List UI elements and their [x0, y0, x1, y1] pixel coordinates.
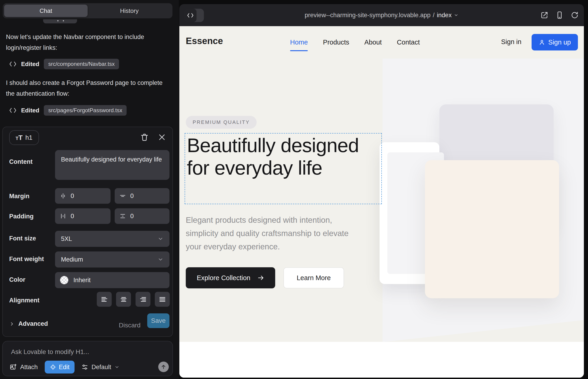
nav-link-home[interactable]: Home — [290, 39, 308, 46]
site-navbar: Essence Home Products About Contact Sign… — [179, 26, 584, 59]
edited-file-row: Edited src/pages/ForgotPassword.tsx — [9, 105, 127, 116]
preview-page: index — [437, 12, 452, 19]
send-button[interactable] — [158, 362, 169, 372]
arrow-up-icon — [161, 364, 166, 370]
panel-tabs: Chat History — [3, 3, 172, 18]
color-select[interactable]: Inherit — [55, 272, 170, 288]
discard-button[interactable]: Discard — [119, 322, 140, 329]
composer-toolbar: Attach Edit Default — [10, 361, 120, 374]
selected-h1-outline[interactable]: Beautifully designed for everyday life — [185, 133, 382, 204]
hero-heading: Beautifully designed for everyday life — [187, 134, 370, 179]
align-center-icon — [120, 296, 127, 303]
nav-link-contact[interactable]: Contact — [397, 39, 420, 46]
site-logo[interactable]: Essence — [186, 36, 223, 46]
arrow-right-icon — [257, 274, 264, 281]
target-icon — [50, 364, 56, 370]
tab-history[interactable]: History — [88, 5, 171, 17]
preview-actions — [540, 4, 579, 26]
attach-button[interactable]: Attach — [10, 363, 38, 371]
color-swatch — [60, 276, 68, 284]
open-external-icon[interactable] — [540, 11, 549, 19]
advanced-expander[interactable]: Advanced — [9, 320, 48, 327]
margin-horizontal-icon — [60, 192, 66, 199]
hero-cta-row: Explore Collection Learn More — [186, 267, 344, 288]
padding-y-input[interactable]: 0 — [115, 208, 170, 224]
padding-horizontal-icon — [60, 213, 66, 220]
align-left-button[interactable] — [97, 292, 112, 307]
margin-y-input[interactable]: 0 — [115, 188, 170, 204]
chevron-down-icon — [157, 256, 164, 262]
chevron-down-icon — [454, 13, 458, 17]
nav-link-products[interactable]: Products — [323, 39, 349, 46]
lovable-app: Chat History Now let's update the Navbar… — [0, 0, 588, 379]
composer-input[interactable]: Ask Lovable to modify H1... — [11, 348, 89, 356]
padding-vertical-icon — [119, 213, 126, 220]
margin-vertical-icon — [119, 192, 126, 199]
selected-element-pill[interactable]: TT h1 — [9, 130, 39, 145]
edited-label: Edited — [21, 61, 39, 68]
align-justify-icon — [158, 296, 166, 303]
align-right-icon — [139, 296, 147, 303]
preview-url: preview--charming-site-symphony.lovable.… — [305, 12, 431, 19]
align-center-button[interactable] — [116, 292, 131, 307]
next-section-band — [179, 342, 584, 378]
attach-image-icon — [10, 363, 17, 371]
mode-select[interactable]: Default — [81, 364, 120, 371]
sign-up-button[interactable]: Sign up — [532, 34, 578, 50]
sign-in-link[interactable]: Sign in — [501, 38, 522, 46]
nav-link-about[interactable]: About — [364, 39, 382, 46]
edit-mode-button[interactable]: Edit — [45, 361, 75, 374]
margin-x-input[interactable]: 0 — [55, 188, 110, 204]
align-left-icon — [100, 296, 108, 303]
typography-icon: TT — [15, 134, 23, 142]
element-editor-panel: TT h1 Content Beautifully designed for e… — [2, 127, 173, 337]
align-right-button[interactable] — [136, 292, 150, 307]
margin-label: Margin — [9, 193, 30, 200]
sliders-icon — [81, 364, 88, 371]
save-button[interactable]: Save — [147, 313, 170, 328]
refresh-icon[interactable] — [571, 11, 579, 19]
delete-element-button[interactable] — [140, 132, 149, 142]
color-label: Color — [9, 276, 25, 283]
chevron-down-icon — [157, 236, 164, 242]
site-canvas: Essence Home Products About Contact Sign… — [179, 26, 584, 378]
decor-cream-shape — [425, 160, 559, 298]
url-separator: / — [433, 12, 434, 19]
premium-quality-badge: PREMIUM QUALITY — [186, 116, 257, 129]
content-input[interactable]: Beautifully designed for everyday life — [55, 150, 170, 180]
chevron-down-icon — [114, 364, 120, 370]
tab-chat[interactable]: Chat — [4, 5, 88, 17]
user-icon — [539, 39, 545, 46]
font-size-select[interactable]: 5XL — [55, 231, 170, 247]
mobile-view-icon[interactable] — [556, 11, 564, 19]
scrolled-badge-fragment — [43, 19, 77, 23]
learn-more-button[interactable]: Learn More — [283, 267, 344, 288]
chat-composer[interactable]: Ask Lovable to modify H1... Attach Ed — [2, 341, 173, 376]
font-size-label: Font size — [9, 235, 36, 242]
content-label: Content — [9, 158, 32, 165]
chat-panel: Chat History Now let's update the Navbar… — [0, 0, 179, 379]
code-icon — [9, 61, 16, 67]
file-badge[interactable]: src/pages/ForgotPassword.tsx — [44, 105, 127, 116]
explore-collection-button[interactable]: Explore Collection — [186, 267, 275, 288]
font-weight-label: Font weight — [9, 255, 44, 263]
font-weight-select[interactable]: Medium — [55, 252, 170, 268]
close-icon[interactable] — [158, 133, 166, 141]
element-tag: h1 — [25, 134, 32, 141]
preview-topbar: preview--charming-site-symphony.lovable.… — [179, 4, 584, 26]
edited-label: Edited — [21, 107, 39, 114]
chat-message: I should also create a Forgot Password p… — [6, 78, 169, 99]
chevron-right-icon — [9, 321, 15, 327]
padding-label: Padding — [9, 213, 34, 220]
chat-message: Now let's update the Navbar component to… — [6, 32, 169, 53]
edited-file-row: Edited src/components/Navbar.tsx — [9, 59, 119, 69]
site-nav-links: Home Products About Contact — [290, 26, 420, 59]
hero-paragraph: Elegant products designed with intention… — [186, 213, 356, 253]
preview-window: preview--charming-site-symphony.lovable.… — [179, 4, 584, 378]
align-justify-button[interactable] — [155, 292, 170, 307]
alignment-label: Alignment — [9, 297, 39, 304]
preview-url-selector[interactable]: preview--charming-site-symphony.lovable.… — [179, 4, 584, 26]
file-badge[interactable]: src/components/Navbar.tsx — [44, 59, 119, 69]
padding-x-input[interactable]: 0 — [55, 208, 110, 224]
code-icon — [9, 107, 16, 113]
